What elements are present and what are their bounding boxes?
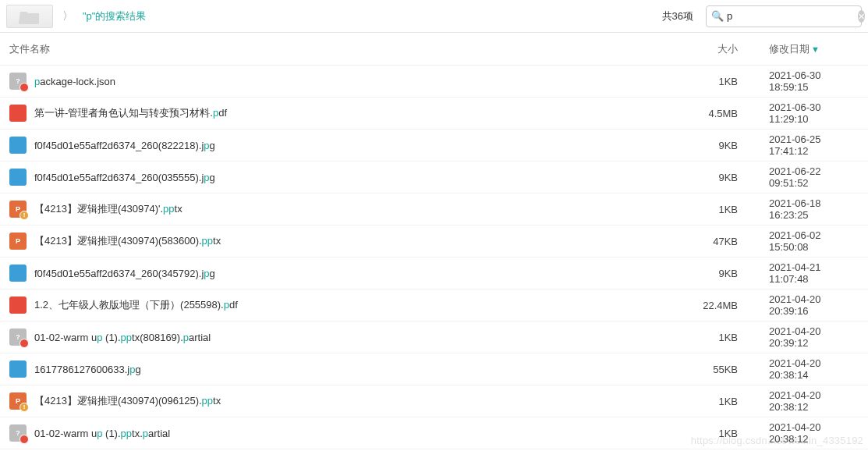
column-header-date-label: 修改日期	[769, 43, 810, 55]
file-name: 第一讲-管理者角色认知与转变预习材料.pdf	[34, 106, 683, 120]
unknown-file-icon: ?	[9, 73, 27, 90]
file-date: 2021-04-21 11:07:48	[738, 261, 859, 285]
file-row[interactable]: f0f45d01e55aff2d6374_260(345792).jpg9KB2…	[0, 257, 868, 289]
file-row[interactable]: ?01-02-warm up (1).pptx(808169).partial1…	[0, 321, 868, 353]
ppt-file-icon: P	[9, 392, 27, 410]
file-date: 2021-06-22 09:51:52	[738, 165, 859, 189]
file-row[interactable]: f0f45d01e55aff2d6374_260(035555).jpg9KB2…	[0, 162, 868, 194]
ppt-file-icon: P	[9, 233, 27, 250]
unknown-file-icon: ?	[9, 424, 27, 442]
file-size: 47KB	[683, 236, 738, 247]
file-size: 1KB	[683, 332, 738, 343]
file-size: 1KB	[683, 428, 738, 439]
img-file-icon	[9, 137, 27, 154]
breadcrumb-label[interactable]: "p"的搜索结果	[83, 9, 146, 23]
file-date: 2021-04-20 20:39:16	[738, 293, 859, 317]
search-box[interactable]: 🔍 ✕	[706, 5, 862, 27]
file-row[interactable]: ?01-02-warm up (1).pptx.partial1KB2021-0…	[0, 417, 868, 449]
file-row[interactable]: 1617786127600633.jpg55KB2021-04-20 20:38…	[0, 353, 868, 385]
file-size: 1KB	[683, 204, 738, 215]
sort-descending-icon: ▼	[811, 44, 820, 54]
file-list: ?package-lock.json1KB2021-06-30 18:59:15…	[0, 66, 868, 449]
file-date: 2021-04-20 20:39:12	[738, 325, 859, 349]
item-count: 共36项	[662, 9, 693, 23]
file-name: 【4213】逻辑推理(430974)'.pptx	[34, 202, 683, 216]
file-row[interactable]: P【4213】逻辑推理(430974)(096125).pptx1KB2021-…	[0, 385, 868, 417]
file-name: package-lock.json	[34, 76, 683, 87]
ppt-file-icon: P	[9, 201, 27, 218]
column-headers: 文件名称 大小 修改日期▼	[0, 33, 868, 66]
file-size: 22.4MB	[683, 300, 738, 311]
file-date: 2021-06-18 16:23:25	[738, 197, 859, 221]
file-date: 2021-06-25 17:41:12	[738, 133, 859, 157]
breadcrumb-root-folder[interactable]	[6, 5, 53, 28]
file-name: 1617786127600633.jpg	[34, 364, 683, 375]
file-name: 01-02-warm up (1).pptx(808169).partial	[34, 332, 683, 343]
pdf-file-icon	[9, 105, 27, 122]
file-date: 2021-04-20 20:38:12	[738, 421, 859, 445]
clear-search-icon[interactable]: ✕	[858, 10, 865, 23]
file-name: f0f45d01e55aff2d6374_260(822218).jpg	[34, 140, 683, 151]
file-size: 1KB	[683, 396, 738, 407]
img-file-icon	[9, 360, 27, 378]
file-name: 【4213】逻辑推理(430974)(583600).pptx	[34, 234, 683, 248]
file-name: f0f45d01e55aff2d6374_260(035555).jpg	[34, 172, 683, 183]
file-size: 9KB	[683, 172, 738, 183]
img-file-icon	[9, 265, 27, 282]
column-header-name[interactable]: 文件名称	[9, 42, 683, 56]
chevron-right-icon: 〉	[59, 9, 76, 23]
file-size: 9KB	[683, 268, 738, 279]
file-size: 1KB	[683, 76, 738, 87]
file-name: 【4213】逻辑推理(430974)(096125).pptx	[34, 394, 683, 408]
pdf-file-icon	[9, 297, 27, 314]
folder-icon	[19, 9, 41, 24]
toolbar: 〉 "p"的搜索结果 共36项 🔍 ✕	[0, 0, 868, 33]
img-file-icon	[9, 169, 27, 186]
file-row[interactable]: P【4213】逻辑推理(430974)(583600).pptx47KB2021…	[0, 226, 868, 257]
file-name: 1.2、七年级人教版地理（下册）(255598).pdf	[34, 298, 683, 312]
search-input[interactable]	[727, 10, 858, 22]
file-date: 2021-04-20 20:38:12	[738, 389, 859, 413]
file-row[interactable]: ?package-lock.json1KB2021-06-30 18:59:15	[0, 66, 868, 98]
file-size: 55KB	[683, 364, 738, 375]
file-row[interactable]: 第一讲-管理者角色认知与转变预习材料.pdf4.5MB2021-06-30 11…	[0, 98, 868, 130]
file-name: 01-02-warm up (1).pptx.partial	[34, 428, 683, 439]
search-icon: 🔍	[711, 10, 724, 22]
file-row[interactable]: f0f45d01e55aff2d6374_260(822218).jpg9KB2…	[0, 130, 868, 162]
file-date: 2021-06-30 18:59:15	[738, 69, 859, 93]
unknown-file-icon: ?	[9, 328, 27, 346]
column-header-date[interactable]: 修改日期▼	[738, 42, 859, 56]
file-date: 2021-06-30 11:29:10	[738, 101, 859, 125]
file-row[interactable]: P【4213】逻辑推理(430974)'.pptx1KB2021-06-18 1…	[0, 194, 868, 226]
file-date: 2021-04-20 20:38:14	[738, 357, 859, 381]
file-size: 4.5MB	[683, 108, 738, 119]
file-row[interactable]: 1.2、七年级人教版地理（下册）(255598).pdf22.4MB2021-0…	[0, 289, 868, 321]
column-header-size[interactable]: 大小	[683, 42, 738, 56]
file-date: 2021-06-02 15:50:08	[738, 229, 859, 253]
file-size: 9KB	[683, 140, 738, 151]
file-name: f0f45d01e55aff2d6374_260(345792).jpg	[34, 268, 683, 279]
